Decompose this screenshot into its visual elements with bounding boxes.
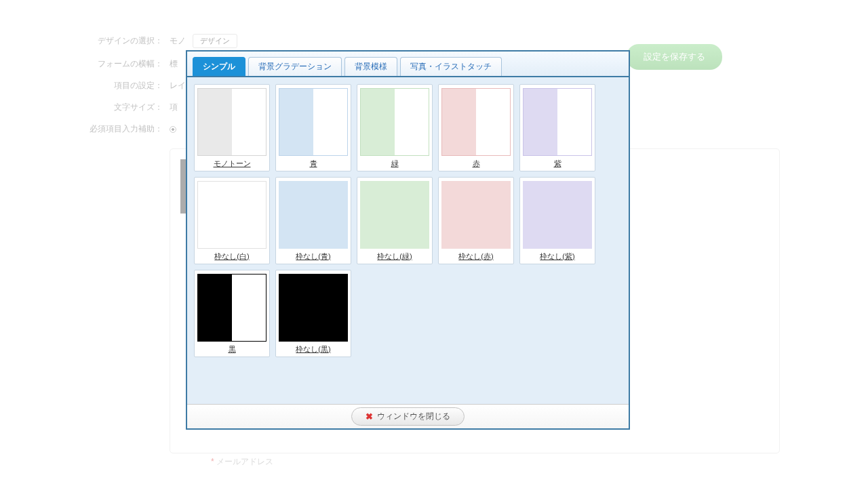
settings-label: 項目の設定：	[81, 80, 170, 92]
settings-label: フォームの横幅：	[81, 58, 170, 70]
theme-swatch	[441, 181, 511, 249]
theme-label: 枠なし(黒)	[279, 344, 348, 354]
close-window-button[interactable]: ✖ ウィンドウを閉じる	[351, 407, 465, 426]
theme-card[interactable]: 枠なし(黒)	[275, 270, 351, 357]
theme-swatch	[279, 181, 348, 249]
theme-card[interactable]: 紫	[519, 84, 595, 171]
theme-label: 青	[279, 159, 348, 169]
theme-card[interactable]: 黒	[194, 270, 270, 357]
settings-value: 項	[170, 102, 178, 113]
theme-card[interactable]: 枠なし(緑)	[357, 177, 433, 264]
tab-0[interactable]: シンプル	[193, 57, 245, 76]
theme-card[interactable]: モノトーン	[194, 84, 270, 171]
theme-swatch	[360, 88, 429, 156]
theme-label: 黒	[197, 344, 267, 354]
theme-swatch	[197, 274, 267, 342]
theme-swatch	[279, 88, 348, 156]
theme-swatch	[197, 88, 267, 156]
theme-grid: モノトーン青緑赤紫枠なし(白)枠なし(青)枠なし(緑)枠なし(赤)枠なし(紫)黒…	[194, 84, 622, 357]
settings-label: デザインの選択：	[81, 35, 170, 47]
theme-card[interactable]: 青	[275, 84, 351, 171]
theme-label: 紫	[523, 159, 592, 169]
theme-label: 枠なし(赤)	[441, 251, 511, 262]
theme-grid-scroll[interactable]: モノトーン青緑赤紫枠なし(白)枠なし(青)枠なし(緑)枠なし(赤)枠なし(紫)黒…	[187, 77, 629, 404]
save-settings-button[interactable]: 設定を保存する	[627, 44, 722, 70]
theme-label: モノトーン	[197, 159, 267, 169]
settings-value: レイ	[170, 80, 186, 92]
theme-card[interactable]: 枠なし(青)	[275, 177, 351, 264]
modal-footer: ✖ ウィンドウを閉じる	[187, 404, 629, 428]
design-picker-modal: シンプル背景グラデーション背景模様写真・イラストタッチ モノトーン青緑赤紫枠なし…	[186, 50, 630, 430]
settings-value: モノ	[170, 35, 186, 47]
theme-swatch	[360, 181, 429, 249]
settings-value	[170, 125, 178, 134]
theme-swatch	[523, 88, 592, 156]
theme-card[interactable]: 枠なし(赤)	[438, 177, 514, 264]
theme-swatch	[441, 88, 511, 156]
theme-label: 枠なし(青)	[279, 251, 348, 262]
settings-value: 標	[170, 58, 178, 70]
theme-card[interactable]: 赤	[438, 84, 514, 171]
settings-label: 文字サイズ：	[81, 102, 170, 113]
theme-label: 枠なし(紫)	[523, 251, 592, 262]
tab-1[interactable]: 背景グラデーション	[248, 57, 342, 76]
tab-2[interactable]: 背景模様	[344, 57, 397, 76]
theme-card[interactable]: 緑	[357, 84, 433, 171]
tab-3[interactable]: 写真・イラストタッチ	[400, 57, 502, 76]
close-icon: ✖	[366, 411, 373, 422]
theme-swatch	[523, 181, 592, 249]
theme-label: 赤	[441, 159, 511, 169]
theme-swatch	[197, 181, 267, 249]
close-button-label: ウィンドウを閉じる	[377, 411, 450, 422]
theme-label: 緑	[360, 159, 429, 169]
theme-swatch	[279, 274, 348, 342]
theme-card[interactable]: 枠なし(紫)	[519, 177, 595, 264]
settings-label: 必須項目入力補助：	[81, 123, 170, 135]
design-list-button[interactable]: デザイン	[193, 34, 237, 48]
theme-card[interactable]: 枠なし(白)	[194, 177, 270, 264]
tabs-bar: シンプル背景グラデーション背景模様写真・イラストタッチ	[187, 52, 629, 77]
theme-label: 枠なし(白)	[197, 251, 267, 262]
theme-label: 枠なし(緑)	[360, 251, 429, 262]
mail-field-preview: * メールアドレス	[211, 456, 772, 468]
